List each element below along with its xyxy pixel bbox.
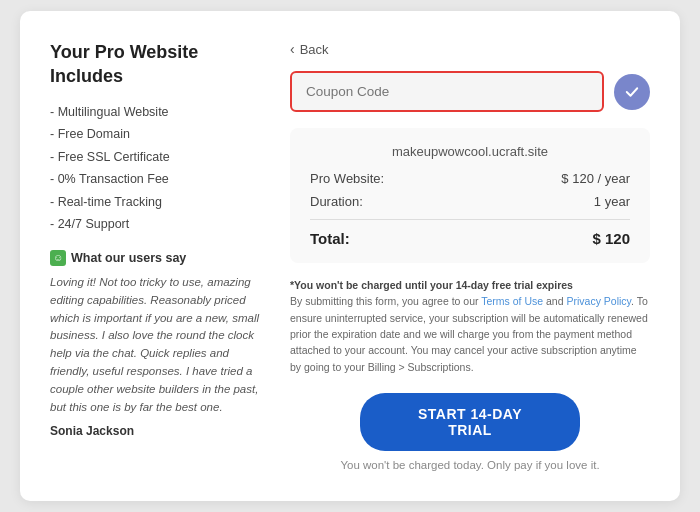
duration-label: Duration: bbox=[310, 194, 363, 209]
feature-transaction: 0% Transaction Fee bbox=[50, 171, 260, 189]
back-label: Back bbox=[300, 42, 329, 57]
left-panel: Your Pro Website Includes Multilingual W… bbox=[50, 41, 260, 471]
feature-domain: Free Domain bbox=[50, 126, 260, 144]
total-value: $ 120 bbox=[592, 230, 630, 247]
start-trial-button[interactable]: START 14-DAY TRIAL bbox=[360, 393, 580, 451]
legal-note: *You won't be charged until your 14-day … bbox=[290, 279, 573, 291]
back-arrow-icon: ‹ bbox=[290, 41, 295, 57]
legal-text: *You won't be charged until your 14-day … bbox=[290, 277, 650, 375]
feature-tracking: Real-time Tracking bbox=[50, 194, 260, 212]
duration-row: Duration: 1 year bbox=[310, 194, 630, 209]
coupon-submit-button[interactable] bbox=[614, 74, 650, 110]
feature-support: 24/7 Support bbox=[50, 216, 260, 234]
total-label: Total: bbox=[310, 230, 350, 247]
pro-website-label: Pro Website: bbox=[310, 171, 384, 186]
feature-ssl: Free SSL Certificate bbox=[50, 149, 260, 167]
left-title: Your Pro Website Includes bbox=[50, 41, 260, 88]
cta-section: START 14-DAY TRIAL You won't be charged … bbox=[290, 393, 650, 471]
main-card: Your Pro Website Includes Multilingual W… bbox=[20, 11, 680, 501]
total-row: Total: $ 120 bbox=[310, 230, 630, 247]
testimonial-text: Loving it! Not too tricky to use, amazin… bbox=[50, 274, 260, 417]
site-name: makeupwowcool.ucraft.site bbox=[310, 144, 630, 159]
terms-link[interactable]: Terms of Use bbox=[481, 295, 543, 307]
checkmark-icon bbox=[623, 83, 641, 101]
coupon-row bbox=[290, 71, 650, 112]
users-say-heading: ☺ What our users say bbox=[50, 250, 260, 266]
privacy-link[interactable]: Privacy Policy bbox=[566, 295, 631, 307]
feature-multilingual: Multilingual Website bbox=[50, 104, 260, 122]
pro-website-row: Pro Website: $ 120 / year bbox=[310, 171, 630, 186]
back-link[interactable]: ‹ Back bbox=[290, 41, 650, 57]
summary-divider bbox=[310, 219, 630, 220]
pro-website-value: $ 120 / year bbox=[561, 171, 630, 186]
right-panel: ‹ Back makeupwowcool.ucraft.site Pro Web… bbox=[290, 41, 650, 471]
order-summary: makeupwowcool.ucraft.site Pro Website: $… bbox=[290, 128, 650, 263]
duration-value: 1 year bbox=[594, 194, 630, 209]
testimonial-author: Sonia Jackson bbox=[50, 424, 260, 438]
cta-subtext: You won't be charged today. Only pay if … bbox=[340, 459, 599, 471]
green-smile-icon: ☺ bbox=[50, 250, 66, 266]
features-list: Multilingual Website Free Domain Free SS… bbox=[50, 104, 260, 234]
coupon-input[interactable] bbox=[290, 71, 604, 112]
